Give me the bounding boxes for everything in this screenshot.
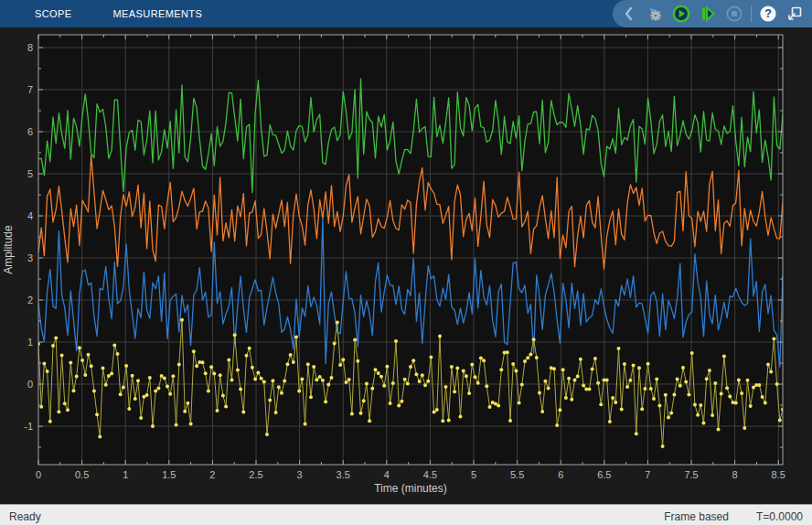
gear-flag-icon bbox=[646, 5, 664, 23]
tab-measurements[interactable]: MEASUREMENTS bbox=[113, 0, 203, 27]
svg-text:4: 4 bbox=[384, 469, 390, 480]
svg-text:2.5: 2.5 bbox=[249, 469, 262, 480]
run-button[interactable] bbox=[671, 4, 691, 24]
scope-canvas[interactable]: 00.511.522.533.544.555.566.577.588.5-101… bbox=[0, 27, 812, 500]
scope-window: SCOPE MEASUREMENTS bbox=[0, 0, 812, 525]
question-icon: ? bbox=[759, 5, 777, 23]
toolstrip-tabs: SCOPE MEASUREMENTS bbox=[0, 0, 202, 27]
svg-text:3.5: 3.5 bbox=[337, 469, 350, 480]
x-axis-label: Time (minutes) bbox=[374, 482, 447, 495]
y-axis-label: Amplitude bbox=[2, 225, 15, 274]
status-frame-mode: Frame based bbox=[664, 510, 729, 523]
svg-text:4: 4 bbox=[27, 210, 33, 221]
svg-text:1: 1 bbox=[123, 469, 128, 480]
step-forward-icon bbox=[700, 5, 716, 22]
svg-text:5.5: 5.5 bbox=[510, 469, 524, 480]
plot-region: 00.511.522.533.544.555.566.577.588.5-101… bbox=[0, 27, 812, 504]
collapse-toolstrip-button[interactable] bbox=[618, 4, 638, 24]
svg-text:8.5: 8.5 bbox=[772, 469, 785, 480]
svg-text:6.5: 6.5 bbox=[597, 469, 611, 480]
svg-text:1.5: 1.5 bbox=[162, 469, 176, 480]
toolbar: SCOPE MEASUREMENTS bbox=[0, 0, 812, 27]
svg-text:7.5: 7.5 bbox=[684, 469, 698, 480]
statusbar: Ready Frame based T=0.0000 bbox=[0, 504, 812, 525]
svg-text:0: 0 bbox=[36, 469, 41, 480]
svg-text:8: 8 bbox=[27, 42, 33, 53]
svg-text:-1: -1 bbox=[24, 421, 33, 432]
svg-text:2: 2 bbox=[27, 295, 33, 305]
svg-text:0: 0 bbox=[27, 379, 33, 390]
chevron-left-icon bbox=[624, 6, 633, 21]
status-sim-time: T=0.0000 bbox=[756, 510, 803, 523]
stop-icon bbox=[725, 5, 743, 23]
help-button[interactable]: ? bbox=[758, 4, 778, 24]
play-icon bbox=[672, 5, 690, 23]
svg-text:0.5: 0.5 bbox=[75, 469, 89, 480]
svg-text:6: 6 bbox=[558, 469, 563, 480]
step-forward-button[interactable] bbox=[698, 4, 718, 24]
toolbar-separator bbox=[751, 5, 752, 22]
svg-text:3: 3 bbox=[27, 252, 33, 263]
svg-text:7: 7 bbox=[645, 469, 650, 480]
svg-text:6: 6 bbox=[27, 126, 33, 137]
svg-text:?: ? bbox=[764, 7, 772, 20]
axes-background bbox=[38, 35, 783, 465]
svg-text:7: 7 bbox=[27, 84, 33, 95]
svg-text:3: 3 bbox=[297, 469, 303, 480]
svg-text:8: 8 bbox=[732, 469, 738, 480]
popout-icon bbox=[785, 5, 804, 23]
status-ready: Ready bbox=[9, 510, 41, 523]
svg-text:5: 5 bbox=[27, 168, 33, 179]
stop-button bbox=[724, 4, 744, 24]
svg-text:1: 1 bbox=[27, 337, 33, 348]
dock-button[interactable] bbox=[785, 4, 805, 24]
svg-text:4.5: 4.5 bbox=[423, 469, 437, 480]
toolbar-actions: ? bbox=[613, 0, 812, 27]
svg-text:5: 5 bbox=[471, 469, 476, 480]
tab-scope[interactable]: SCOPE bbox=[35, 0, 72, 27]
simulation-settings-button[interactable] bbox=[645, 4, 665, 24]
svg-text:2: 2 bbox=[209, 469, 215, 480]
